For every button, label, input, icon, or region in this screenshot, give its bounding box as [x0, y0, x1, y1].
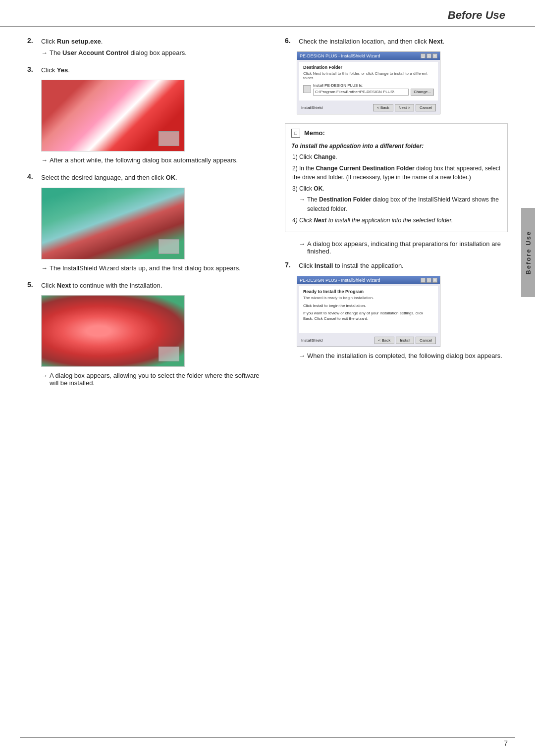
- step-4-arrow: →: [41, 264, 48, 272]
- wizard-1-titlebar-btns: _ □ ×: [421, 53, 437, 58]
- step-3-image: [41, 80, 185, 151]
- step-2-num: 2.: [27, 37, 38, 45]
- step-3-text: Click Yes.: [41, 65, 70, 75]
- wizard-1-installshield-label: InstallShield: [301, 105, 322, 110]
- wizard-2-section: Ready to Install the Program: [303, 289, 434, 294]
- wizard-2-body-text1: Click Install to begin the installation.: [303, 303, 434, 308]
- rose-img: [42, 296, 184, 366]
- memo-steps: 1) Click Change. 2) In the Change Curren…: [292, 152, 501, 225]
- wizard-2-cancel-btn[interactable]: Cancel: [416, 337, 436, 344]
- wizard-box-2: PE-DESIGN PLUS - InstallShield Wizard _ …: [297, 276, 440, 347]
- step-5-num: 5.: [27, 281, 38, 289]
- wizard-dialog-2: PE-DESIGN PLUS - InstallShield Wizard _ …: [297, 276, 508, 347]
- step-6-post-arrow-sym: →: [299, 240, 305, 255]
- wizard-2-minimize-btn[interactable]: _: [421, 278, 426, 283]
- memo-content: To install the application into a differ…: [291, 142, 501, 225]
- step-4-text: Select the desired language, and then cl…: [41, 173, 177, 183]
- wizard-2-maximize-btn[interactable]: □: [427, 278, 431, 283]
- wizard-1-minimize-btn[interactable]: _: [421, 53, 426, 58]
- step-5-arrow: →: [41, 372, 48, 387]
- memo-step-3-arrow-row: → The Destination Folder dialog box of t…: [299, 195, 501, 213]
- memo-step-3-text: 3) Click OK.: [292, 184, 501, 194]
- wizard-1-maximize-btn[interactable]: □: [427, 53, 431, 58]
- memo-title: Memo:: [304, 129, 325, 137]
- wizard-1-back-btn[interactable]: < Back: [373, 104, 393, 111]
- embroidery-img-2: [42, 188, 184, 259]
- step-6-num: 6.: [285, 37, 296, 45]
- left-column: 2. Click Run setup.exe. → The User Accou…: [27, 37, 270, 396]
- step-5-sub: A dialog box appears, allowing you to se…: [50, 372, 270, 387]
- step-3-sub: After a short while, the following dialo…: [50, 156, 238, 164]
- step-6-post-arrow-row: → A dialog box appears, indicating that …: [299, 240, 508, 255]
- wizard-2-install-btn[interactable]: Install: [396, 337, 414, 344]
- step-7-sub: When the installation is completed, the …: [307, 352, 502, 359]
- step-4-num: 4.: [27, 173, 38, 181]
- step-2: 2. Click Run setup.exe. → The User Accou…: [27, 37, 270, 56]
- wizard-1-folder-icon: [303, 85, 311, 93]
- wizard-2-titlebar-btns: _ □ ×: [421, 278, 437, 283]
- wizard-2-footer: InstallShield < Back Install Cancel: [297, 335, 440, 347]
- memo-step-3: 3) Click OK. → The Destination Folder di…: [292, 184, 501, 214]
- memo-step-2-text: 2) In the Change Current Destination Fol…: [292, 165, 500, 181]
- step-3-arrow: →: [41, 156, 48, 164]
- wizard-1-subtitle: Click Next to install to this folder, or…: [303, 71, 434, 80]
- step-3: 3. Click Yes. → After a short while, the…: [27, 65, 270, 164]
- memo-step-2: 2) In the Change Current Destination Fol…: [292, 164, 501, 182]
- step-4-image: [41, 188, 185, 259]
- step-5-image: [41, 295, 185, 367]
- step-4: 4. Select the desired language, and then…: [27, 173, 270, 272]
- wizard-1-field-group: Install PE-DESIGN PLUS to: C:\Program Fi…: [313, 83, 434, 96]
- memo-step-1: 1) Click Change.: [292, 152, 501, 162]
- wizard-dialog-1: PE-DESIGN PLUS - InstallShield Wizard _ …: [297, 51, 508, 114]
- step-6: 6. Check the installation location, and …: [285, 37, 508, 114]
- wizard-1-close-btn[interactable]: ×: [432, 53, 437, 58]
- step-3-num: 3.: [27, 65, 38, 73]
- step-7: 7. Click Install to install the applicat…: [285, 261, 508, 359]
- embroidery-img-1: [42, 80, 184, 151]
- step-7-arrow-row: → When the installation is completed, th…: [299, 352, 508, 359]
- wizard-1-path-field[interactable]: C:\Program Files\Brother\PE-DESIGN PLUS\: [313, 89, 409, 96]
- step-7-num: 7.: [285, 261, 296, 269]
- wizard-2-subtitle: The wizard is ready to begin installatio…: [303, 296, 434, 300]
- step-6-post-arrow-text: A dialog box appears, indicating that pr…: [307, 240, 508, 255]
- wizard-2-back-btn[interactable]: < Back: [374, 337, 395, 344]
- wizard-1-change-btn[interactable]: Change...: [411, 89, 434, 96]
- step-5-text: Click Next to continue with the installa…: [41, 281, 162, 291]
- wizard-1-body: Destination Folder Click Next to install…: [299, 62, 438, 101]
- side-tab-text: Before Use: [525, 231, 532, 275]
- right-column: 6. Check the installation location, and …: [285, 37, 508, 396]
- step-2-sub: The User Account Control dialog box appe…: [50, 49, 187, 56]
- wizard-1-path-row: C:\Program Files\Brother\PE-DESIGN PLUS\…: [313, 89, 434, 96]
- step-5: 5. Click Next to continue with the insta…: [27, 281, 270, 387]
- page-title: Before Use: [448, 9, 505, 21]
- memo-box: □ Memo: To install the application into …: [285, 123, 508, 233]
- wizard-box-1: PE-DESIGN PLUS - InstallShield Wizard _ …: [297, 51, 440, 114]
- wizard-2-close-btn[interactable]: ×: [432, 278, 437, 283]
- wizard-2-body: Ready to Install the Program The wizard …: [299, 286, 438, 333]
- memo-icon: □: [291, 129, 300, 138]
- step-2-arrow: →: [41, 49, 48, 56]
- main-content: 2. Click Run setup.exe. → The User Accou…: [0, 27, 535, 405]
- memo-intro: To install the application into a differ…: [291, 142, 501, 151]
- step-7-arrow-sym: →: [299, 352, 305, 359]
- page-footer: [20, 737, 515, 738]
- memo-step-4-text: 4) Click Next to install the application…: [292, 217, 453, 224]
- step-7-arrow: → When the installation is completed, th…: [299, 352, 508, 359]
- page-header: Before Use: [0, 0, 535, 27]
- wizard-1-label: Install PE-DESIGN PLUS to:: [313, 83, 434, 88]
- wizard-1-title: PE-DESIGN PLUS - InstallShield Wizard: [300, 53, 380, 58]
- memo-step-3-sub-text: The Destination Folder dialog box of the…: [307, 195, 501, 213]
- side-tab: Before Use: [521, 208, 535, 297]
- wizard-1-section: Destination Folder: [303, 65, 434, 70]
- memo-step-4: 4) Click Next to install the application…: [292, 216, 501, 225]
- wizard-1-cancel-btn[interactable]: Cancel: [416, 104, 436, 111]
- step-2-text: Click Run setup.exe.: [41, 37, 103, 47]
- wizard-1-next-btn[interactable]: Next >: [395, 104, 414, 111]
- step-7-text: Click Install to install the application…: [299, 261, 404, 271]
- memo-step-3-sub: → The Destination Folder dialog box of t…: [299, 195, 501, 213]
- wizard-1-field-row: Install PE-DESIGN PLUS to: C:\Program Fi…: [303, 83, 434, 96]
- wizard-2-body-text2: If you want to review or change any of y…: [303, 310, 434, 330]
- wizard-2-nav-btns: < Back Install Cancel: [374, 337, 436, 344]
- step-6-text: Check the installation location, and the…: [299, 37, 444, 47]
- wizard-1-titlebar: PE-DESIGN PLUS - InstallShield Wizard _ …: [297, 52, 440, 60]
